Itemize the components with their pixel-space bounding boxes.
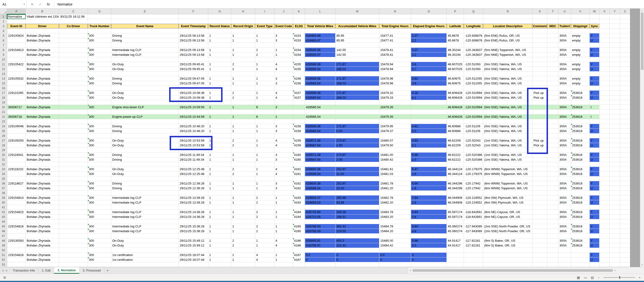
cell-I24[interactable]: 1: [255, 124, 274, 129]
column-header-G[interactable]: G: [208, 9, 231, 14]
cell-K37[interactable]: 4162: [293, 186, 305, 191]
cell-B49[interactable]: Bohdan Zhyriada: [26, 243, 59, 248]
cell-C37[interactable]: [59, 186, 88, 191]
cell-P35[interactable]: [447, 176, 464, 181]
cell-L38[interactable]: [305, 191, 336, 195]
cell-I13[interactable]: [255, 72, 274, 76]
cell-R37[interactable]: (6mi WNW) Toppenish, WA, US: [483, 186, 532, 191]
cell-S39[interactable]: [532, 195, 547, 200]
cell-W53[interactable]: [590, 262, 600, 267]
cell-Y15[interactable]: [610, 81, 620, 86]
cell-P47[interactable]: [447, 234, 464, 238]
cell-Q29[interactable]: [464, 148, 483, 153]
cell-J48[interactable]: 4: [274, 238, 293, 243]
cell-I20[interactable]: 6: [255, 105, 274, 110]
cell-U15[interactable]: 300A: [558, 81, 571, 86]
cell-H18[interactable]: 2: [231, 95, 255, 100]
cell-T8[interactable]: [547, 48, 558, 53]
cell-I15[interactable]: 1: [255, 81, 274, 86]
row-header-13[interactable]: 13: [0, 72, 7, 76]
cell-W20[interactable]: I: [590, 105, 600, 110]
cell-C45[interactable]: [59, 224, 88, 229]
cell-Y43[interactable]: [610, 214, 620, 219]
cell-E43[interactable]: Intermediate log CLP: [111, 214, 179, 219]
cell-A43[interactable]: [7, 214, 26, 219]
cell-K11[interactable]: 4155: [293, 62, 305, 67]
cell-I2[interactable]: [255, 19, 274, 24]
cell-L4[interactable]: [305, 29, 336, 33]
cell-M20[interactable]: [336, 105, 379, 110]
cell-L27[interactable]: 428571.38: [305, 138, 336, 143]
cell-H41[interactable]: [231, 205, 255, 210]
cell-Q39[interactable]: -119.224552: [464, 195, 483, 200]
cell-N21[interactable]: [379, 110, 411, 114]
cell-S40[interactable]: [532, 200, 547, 205]
cell-X48[interactable]: [600, 238, 610, 243]
cell-Z3[interactable]: [620, 24, 630, 29]
cell-U26[interactable]: [558, 133, 571, 138]
cell-S19[interactable]: [532, 100, 547, 105]
cell-S12[interactable]: [532, 67, 547, 72]
column-header-P[interactable]: P: [447, 9, 464, 14]
cell-N39[interactable]: 15482.78: [379, 195, 411, 200]
cell-M11[interactable]: 171.87: [336, 62, 379, 67]
cell-K41[interactable]: [293, 205, 305, 210]
column-header-W[interactable]: W: [590, 9, 600, 14]
cell-M15[interactable]: 168.03: [336, 81, 379, 86]
cell-O12[interactable]: 3.7: [411, 67, 447, 72]
cell-K31[interactable]: 4160: [293, 157, 305, 162]
cell-V31[interactable]: 253616: [571, 157, 590, 162]
cell-Q33[interactable]: -120.179375: [464, 167, 483, 172]
cell-H37[interactable]: 1: [231, 186, 255, 191]
cell-C46[interactable]: [59, 229, 88, 234]
cell-M18[interactable]: 168.03: [336, 95, 379, 100]
cell-Q40[interactable]: -119.224552: [464, 200, 483, 205]
cell-K30[interactable]: 4160: [293, 153, 305, 157]
cell-X52[interactable]: [600, 257, 610, 262]
cell-Z32[interactable]: [620, 162, 630, 167]
column-header-B[interactable]: B: [26, 9, 59, 14]
cell-A36[interactable]: 229118627: [7, 181, 26, 186]
cell-X7[interactable]: [600, 43, 610, 48]
cell-K40[interactable]: 4163: [293, 200, 305, 205]
cell-T20[interactable]: [547, 105, 558, 110]
cell-D39[interactable]: 300: [88, 195, 111, 200]
cell-V38[interactable]: [571, 191, 590, 195]
cell-V10[interactable]: [571, 57, 590, 62]
cell-Z23[interactable]: [620, 119, 630, 124]
cell-B50[interactable]: [26, 248, 59, 253]
cell-V27[interactable]: 253616: [571, 138, 590, 143]
cell-Y42[interactable]: [610, 210, 620, 214]
cell-D5[interactable]: 300: [88, 33, 111, 38]
cell-N36[interactable]: 15481.78: [379, 181, 411, 186]
cell-A13[interactable]: [7, 72, 26, 76]
cell-V42[interactable]: 253616: [571, 210, 590, 214]
cell-Q27[interactable]: -120.52043: [464, 138, 483, 143]
cell-D18[interactable]: 300: [88, 95, 111, 100]
cell-H27[interactable]: 2: [231, 138, 255, 143]
cell-I39[interactable]: 2: [255, 195, 274, 200]
cell-T22[interactable]: [547, 114, 558, 119]
cell-X28[interactable]: [600, 143, 610, 148]
cell-F51[interactable]: 29/11/25 16:07:44: [179, 253, 208, 257]
zoom-slider[interactable]: [604, 277, 635, 278]
cell-V52[interactable]: [571, 257, 590, 262]
column-header-S[interactable]: S: [532, 9, 547, 14]
cell-Y46[interactable]: [610, 229, 620, 234]
cell-U7[interactable]: [558, 43, 571, 48]
cell-E15[interactable]: Driving: [111, 81, 179, 86]
cell-W46[interactable]: U: [590, 229, 600, 234]
cell-F31[interactable]: 29/11/25 11:49:34: [179, 157, 208, 162]
cell-K44[interactable]: [293, 219, 305, 224]
cell-R50[interactable]: [483, 248, 532, 253]
add-sheet-icon[interactable]: +: [104, 267, 111, 274]
cell-L39[interactable]: 428663.37: [305, 195, 336, 200]
cell-M29[interactable]: [336, 148, 379, 153]
cell-L30[interactable]: 428571.38: [305, 153, 336, 157]
cell-F15[interactable]: 29/11/25 09:47:05: [179, 81, 208, 86]
cell-Y41[interactable]: [610, 205, 620, 210]
cell-H50[interactable]: [231, 248, 255, 253]
cell-O53[interactable]: [411, 262, 447, 267]
cell-A47[interactable]: [7, 234, 26, 238]
scroll-left-icon[interactable]: ◄: [408, 269, 413, 271]
